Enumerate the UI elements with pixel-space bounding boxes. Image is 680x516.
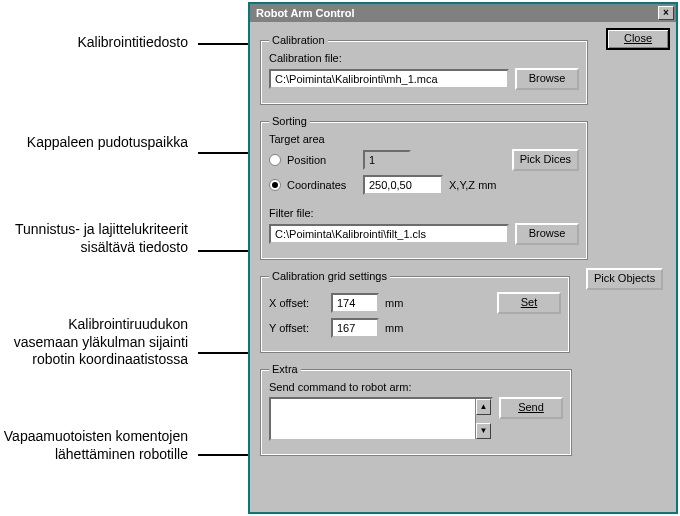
pick-objects-label: Pick Objects [594, 272, 655, 284]
window-title: Robot Arm Control [256, 7, 355, 19]
calibration-legend: Calibration [269, 34, 328, 46]
y-offset-label: Y offset: [269, 322, 325, 334]
callout-calib-file: Kalibrointitiedosto [77, 34, 188, 52]
browse-label: Browse [529, 227, 566, 239]
callout-arrow [198, 250, 248, 252]
callout-filter-file: Tunnistus- ja lajittelukriteerit sisältä… [0, 221, 188, 256]
target-area-label: Target area [269, 133, 579, 145]
extra-group: Extra Send command to robot arm: ▲ ▼ Sen… [260, 363, 572, 456]
position-label: Position [287, 154, 357, 166]
calibration-group: Calibration Calibration file: C:\Poimint… [260, 34, 588, 105]
close-icon: × [663, 7, 669, 18]
x-unit: mm [385, 297, 409, 309]
close-button-label: Close [624, 32, 652, 44]
window-close-button[interactable]: × [658, 6, 674, 20]
calibration-grid-group: Calibration grid settings X offset: 174 … [260, 270, 570, 353]
callout-target-area: Kappaleen pudotuspaikka [27, 134, 188, 152]
textarea-scrollbar[interactable]: ▲ ▼ [475, 399, 491, 439]
position-input: 1 [363, 150, 411, 170]
send-button[interactable]: Send [499, 397, 563, 419]
callout-extra: Vapaamuotoisten komentojen lähettäminen … [0, 428, 188, 463]
y-unit: mm [385, 322, 409, 334]
coordinates-radio[interactable] [269, 179, 281, 191]
callout-arrow [198, 152, 248, 154]
callout-arrow [198, 352, 248, 354]
sorting-group: Sorting Target area Position 1 Pick Dice… [260, 115, 588, 260]
filter-file-input[interactable]: C:\Poiminta\Kalibrointi\filt_1.cls [269, 224, 509, 244]
position-radio[interactable] [269, 154, 281, 166]
send-command-label: Send command to robot arm: [269, 381, 563, 393]
y-offset-input[interactable]: 167 [331, 318, 379, 338]
pick-dices-label: Pick Dices [520, 153, 571, 165]
filter-browse-button[interactable]: Browse [515, 223, 579, 245]
coordinates-unit: X,Y,Z mm [449, 179, 496, 191]
command-textarea[interactable]: ▲ ▼ [269, 397, 493, 441]
x-offset-label: X offset: [269, 297, 325, 309]
grid-legend: Calibration grid settings [269, 270, 390, 282]
calibration-file-label: Calibration file: [269, 52, 579, 64]
scroll-up-icon[interactable]: ▲ [476, 399, 491, 415]
coordinates-label: Coordinates [287, 179, 357, 191]
browse-label: Browse [529, 72, 566, 84]
robot-arm-control-dialog: Robot Arm Control × Close Calibration Ca… [248, 2, 678, 514]
calibration-file-input[interactable]: C:\Poiminta\Kalibrointi\mh_1.mca [269, 69, 509, 89]
pick-dices-button[interactable]: Pick Dices [512, 149, 579, 171]
send-label: Send [518, 401, 544, 413]
callout-arrow [198, 454, 248, 456]
callout-grid: Kalibrointiruudukon vasemaan yläkulman s… [0, 316, 188, 369]
titlebar: Robot Arm Control × [250, 4, 676, 22]
set-button[interactable]: Set [497, 292, 561, 314]
callouts-panel: Kalibrointitiedosto Kappaleen pudotuspai… [0, 0, 248, 516]
x-offset-input[interactable]: 174 [331, 293, 379, 313]
callout-arrow [198, 43, 248, 45]
coordinates-input[interactable]: 250,0,50 [363, 175, 443, 195]
pick-objects-button[interactable]: Pick Objects [586, 268, 663, 290]
sorting-legend: Sorting [269, 115, 310, 127]
close-button[interactable]: Close [606, 28, 670, 50]
calibration-browse-button[interactable]: Browse [515, 68, 579, 90]
filter-file-label: Filter file: [269, 207, 579, 219]
set-label: Set [521, 296, 538, 308]
extra-legend: Extra [269, 363, 301, 375]
scroll-down-icon[interactable]: ▼ [476, 423, 491, 439]
